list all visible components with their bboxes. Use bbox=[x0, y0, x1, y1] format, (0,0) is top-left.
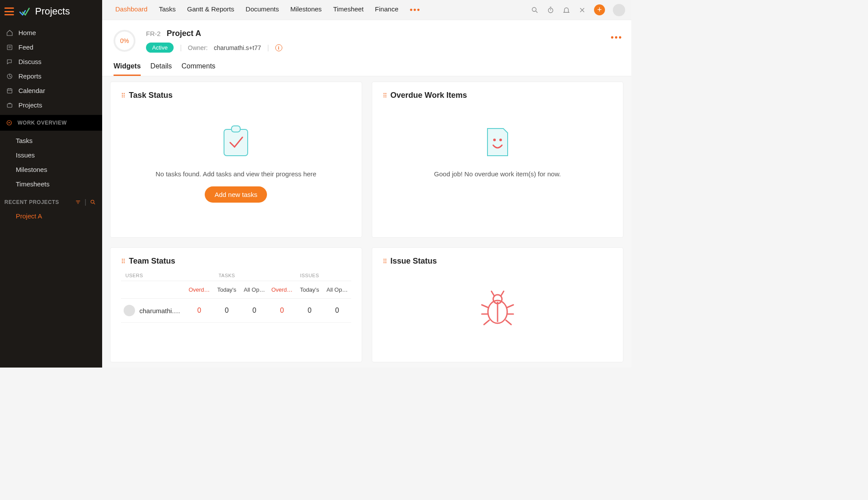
sidebar-heading-label: WORK OVERVIEW bbox=[18, 120, 67, 126]
separator: | bbox=[267, 44, 269, 52]
main-area: Dashboard Tasks Gantt & Reports Document… bbox=[102, 0, 631, 368]
widget-title: Issue Status bbox=[391, 257, 437, 266]
drag-handle-icon[interactable]: ⠿ bbox=[383, 258, 386, 265]
sidebar-item-label: Home bbox=[18, 29, 36, 36]
logo-icon bbox=[18, 5, 31, 18]
sidebar-recent-header: RECENT PROJECTS | bbox=[0, 194, 102, 209]
sidebar-item-timesheets[interactable]: Timesheets bbox=[0, 177, 102, 191]
svg-point-4 bbox=[7, 121, 12, 125]
sidebar-item-label: Feed bbox=[18, 43, 33, 51]
separator: | bbox=[85, 198, 86, 206]
sidebar-item-milestones[interactable]: Milestones bbox=[0, 162, 102, 177]
sidebar-item-label: Reports bbox=[18, 72, 42, 80]
subcol-overdue: Overd… bbox=[268, 286, 296, 293]
subcol-todays: Today's bbox=[296, 286, 324, 293]
sidebar-item-label: Tasks bbox=[16, 137, 32, 144]
widget-overdue: ⠿ Overdue Work Items Good job! No overdu… bbox=[372, 82, 624, 238]
tab-dashboard[interactable]: Dashboard bbox=[115, 5, 147, 14]
widget-title: Task Status bbox=[129, 91, 173, 100]
bug-icon bbox=[471, 288, 524, 327]
sidebar-item-discuss[interactable]: Discuss bbox=[0, 54, 102, 69]
tab-more-icon[interactable]: ••• bbox=[410, 5, 421, 14]
search-icon[interactable] bbox=[90, 199, 96, 205]
sidebar-item-issues[interactable]: Issues bbox=[0, 148, 102, 162]
sidebar-item-projects[interactable]: Projects bbox=[0, 98, 102, 112]
svg-rect-3 bbox=[7, 104, 12, 107]
widget-issue-status: ⠿ Issue Status bbox=[372, 247, 624, 362]
owner-label: Owner: bbox=[188, 44, 208, 51]
status-badge[interactable]: Active bbox=[146, 43, 174, 53]
tab-finance[interactable]: Finance bbox=[375, 5, 398, 14]
svg-rect-2 bbox=[7, 89, 12, 93]
col-header-tasks: TASKS bbox=[185, 273, 268, 278]
col-header-issues: ISSUES bbox=[268, 273, 351, 278]
hamburger-icon[interactable] bbox=[4, 7, 14, 15]
subtab-widgets[interactable]: Widgets bbox=[114, 62, 141, 76]
svg-point-5 bbox=[91, 200, 94, 203]
owner-name: charumathi.s+t77 bbox=[214, 44, 261, 51]
tab-documents[interactable]: Documents bbox=[245, 5, 279, 14]
widget-title: Overdue Work Items bbox=[391, 91, 467, 100]
widget-team-status: ⠿ Team Status USERS TASKS ISSUES Overd… … bbox=[110, 247, 362, 362]
subcol-overdue: Overd… bbox=[185, 286, 213, 293]
more-icon[interactable]: ••• bbox=[611, 32, 623, 43]
tab-timesheet[interactable]: Timesheet bbox=[333, 5, 363, 14]
project-header: 0% FR-2 Project A Active | Owner: charum… bbox=[102, 20, 631, 53]
cell: 0 bbox=[241, 307, 268, 314]
svg-point-11 bbox=[499, 139, 502, 141]
sidebar-item-tasks[interactable]: Tasks bbox=[0, 133, 102, 148]
svg-rect-0 bbox=[7, 45, 12, 50]
cell: 0 bbox=[185, 307, 213, 314]
project-name: Project A bbox=[167, 29, 201, 38]
subtab-details[interactable]: Details bbox=[150, 62, 172, 76]
filter-icon[interactable] bbox=[75, 199, 81, 205]
sidebar-item-reports[interactable]: Reports bbox=[0, 69, 102, 83]
svg-point-6 bbox=[532, 7, 536, 11]
table-row: charumathi.… 0 0 0 0 0 0 bbox=[121, 299, 351, 323]
tools-icon[interactable] bbox=[578, 6, 586, 14]
add-new-tasks-button[interactable]: Add new tasks bbox=[205, 186, 267, 203]
sidebar-item-label: Discuss bbox=[18, 58, 42, 65]
sidebar-item-label: Timesheets bbox=[16, 180, 50, 188]
drag-handle-icon[interactable]: ⠿ bbox=[383, 92, 386, 99]
widget-title: Team Status bbox=[129, 257, 175, 266]
sidebar-item-label: Issues bbox=[16, 151, 35, 159]
sidebar-item-home[interactable]: Home bbox=[0, 25, 102, 40]
drag-handle-icon[interactable]: ⠿ bbox=[121, 258, 125, 265]
info-icon[interactable]: i bbox=[275, 44, 282, 51]
empty-message: Good job! No overdue work item(s) for no… bbox=[434, 170, 561, 178]
cell: 0 bbox=[268, 307, 296, 314]
timer-icon[interactable] bbox=[547, 6, 555, 14]
sidebar-item-label: Calendar bbox=[18, 87, 45, 94]
empty-message: No tasks found. Add tasks and view their… bbox=[156, 170, 317, 178]
tab-tasks[interactable]: Tasks bbox=[159, 5, 175, 14]
smiley-page-icon bbox=[471, 122, 524, 161]
widget-task-status: ⠿ Task Status No tasks found. Add tasks … bbox=[110, 82, 362, 238]
top-nav: Dashboard Tasks Gantt & Reports Document… bbox=[102, 0, 631, 20]
subtab-comments[interactable]: Comments bbox=[181, 62, 215, 76]
progress-ring: 0% bbox=[114, 30, 135, 52]
recent-project-link[interactable]: Project A bbox=[0, 209, 102, 223]
dashboard-grid: ⠿ Task Status No tasks found. Add tasks … bbox=[102, 76, 631, 368]
svg-point-10 bbox=[493, 139, 496, 141]
user-avatar[interactable] bbox=[613, 4, 625, 16]
separator: | bbox=[180, 44, 181, 52]
sidebar-item-feed[interactable]: Feed bbox=[0, 40, 102, 54]
subcol-allopen: All Op… bbox=[241, 286, 268, 293]
sidebar-heading-work-overview[interactable]: WORK OVERVIEW bbox=[0, 115, 102, 131]
tab-milestones[interactable]: Milestones bbox=[290, 5, 322, 14]
cell: 0 bbox=[296, 307, 324, 314]
search-icon[interactable] bbox=[531, 6, 539, 14]
project-code: FR-2 bbox=[146, 30, 160, 37]
add-button[interactable]: + bbox=[594, 4, 605, 15]
bell-icon[interactable] bbox=[562, 6, 570, 14]
user-avatar-icon bbox=[124, 305, 135, 316]
drag-handle-icon[interactable]: ⠿ bbox=[121, 92, 125, 99]
subcol-todays: Today's bbox=[213, 286, 241, 293]
brand-text: Projects bbox=[35, 6, 70, 17]
tab-gantt-reports[interactable]: Gantt & Reports bbox=[187, 5, 235, 14]
recent-title: RECENT PROJECTS bbox=[4, 199, 59, 205]
clipboard-check-icon bbox=[210, 122, 262, 161]
user-name: charumathi.… bbox=[139, 307, 180, 314]
sidebar-item-calendar[interactable]: Calendar bbox=[0, 83, 102, 98]
